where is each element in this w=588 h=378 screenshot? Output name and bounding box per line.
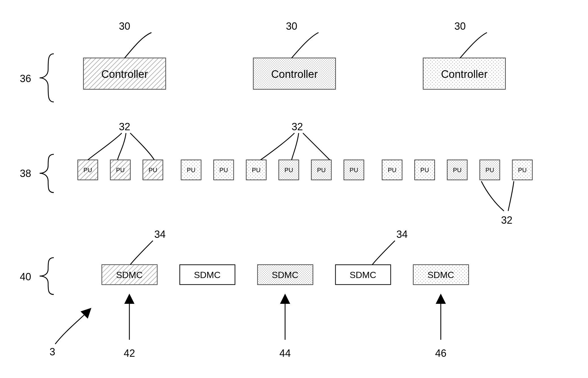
- pu-5: PU: [214, 160, 234, 180]
- ref-34-a: 34: [154, 228, 166, 240]
- row-sdmc: 40 34 34 SDMC SDMC SDMC SDMC: [20, 228, 469, 294]
- sdmc-5: SDMC: [413, 265, 469, 285]
- patent-figure: 36 Controller 30 Controller 30 Controlle…: [0, 0, 588, 378]
- pu-11: PU: [415, 160, 435, 180]
- sdmc-2-label: SDMC: [194, 270, 221, 280]
- ref-32-b: 32: [292, 121, 303, 133]
- pu-7-label: PU: [285, 166, 293, 174]
- ref-32-c: 32: [501, 214, 512, 226]
- pu-11-label: PU: [420, 166, 429, 174]
- sdmc-3: SDMC: [258, 265, 313, 285]
- ref-32-a: 32: [119, 121, 130, 133]
- sdmc-3-label: SDMC: [272, 270, 298, 280]
- ref-36: 36: [20, 73, 31, 84]
- row-pu: 38 32 32 32 PU PU PU: [20, 121, 532, 226]
- pu-8: PU: [311, 160, 331, 180]
- pu-3-label: PU: [149, 166, 157, 174]
- pu-6-label: PU: [252, 166, 261, 174]
- ref-30-a: 30: [119, 20, 130, 32]
- pu-7: PU: [279, 160, 299, 180]
- controller-1-label: Controller: [101, 68, 148, 80]
- pu-13-label: PU: [486, 166, 494, 174]
- pu-4: PU: [181, 160, 201, 180]
- pu-1-label: PU: [84, 166, 92, 174]
- sdmc-1: SDMC: [102, 265, 157, 285]
- ref-3: 3: [50, 346, 55, 358]
- sdmc-4-label: SDMC: [350, 270, 376, 280]
- pu-12: PU: [447, 160, 467, 180]
- pu-14: PU: [512, 160, 532, 180]
- ref-46: 46: [435, 347, 446, 359]
- pu-10: PU: [382, 160, 402, 180]
- pu-10-label: PU: [388, 166, 397, 174]
- pu-9: PU: [344, 160, 364, 180]
- ref-30-b: 30: [286, 20, 297, 32]
- controller-2-label: Controller: [271, 68, 318, 80]
- pu-5-label: PU: [219, 166, 228, 174]
- sdmc-1-label: SDMC: [116, 270, 143, 280]
- ref-34-b: 34: [396, 228, 408, 240]
- pu-6: PU: [246, 160, 266, 180]
- sdmc-2: SDMC: [180, 265, 235, 285]
- pu-14-label: PU: [518, 166, 527, 174]
- ref-44: 44: [279, 347, 291, 359]
- ref-38: 38: [20, 168, 31, 179]
- ref-30-c: 30: [454, 20, 466, 32]
- sdmc-4: SDMC: [335, 265, 391, 285]
- ref-42: 42: [124, 347, 135, 359]
- pu-9-label: PU: [350, 166, 358, 174]
- pu-4-label: PU: [187, 166, 196, 174]
- pu-13: PU: [480, 160, 500, 180]
- sdmc-5-label: SDMC: [427, 270, 454, 280]
- controller-1: Controller 30: [84, 20, 166, 89]
- pu-12-label: PU: [453, 166, 462, 174]
- row-controllers: 36 Controller 30 Controller 30 Controlle…: [20, 20, 505, 102]
- controller-3: Controller 30: [423, 20, 505, 89]
- pu-1: PU: [78, 160, 98, 180]
- pu-8-label: PU: [317, 166, 326, 174]
- pu-2-label: PU: [116, 166, 125, 174]
- controller-3-label: Controller: [441, 68, 488, 80]
- pu-2: PU: [110, 160, 130, 180]
- pu-3: PU: [143, 160, 163, 180]
- ref-40: 40: [20, 271, 31, 283]
- controller-2: Controller 30: [253, 20, 335, 89]
- bottom-arrows: 3 42 44 46: [50, 299, 446, 359]
